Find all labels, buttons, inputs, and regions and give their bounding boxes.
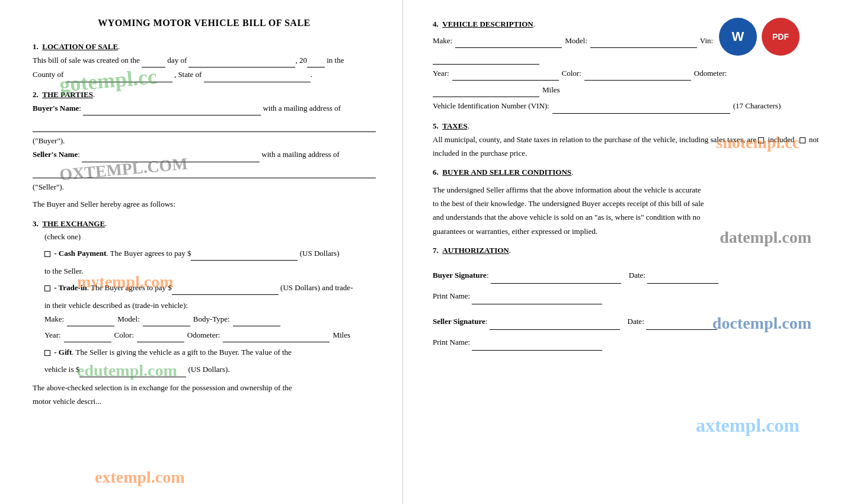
section-6: 6. BUYER AND SELLER CONDITIONS. The unde… (433, 166, 820, 238)
section4-heading: VEHICLE DESCRIPTION (442, 20, 533, 28)
section6-heading: BUYER AND SELLER CONDITIONS (442, 168, 571, 176)
watermark-axtempl: axtempl.com (696, 415, 800, 436)
format-badges: W PDF (719, 18, 800, 56)
section-3: 3. THE EXCHANGE. (check one) - Cash Paym… (33, 217, 376, 409)
checkbox-not-included[interactable] (800, 137, 806, 143)
section-7: 7. AUTHORIZATION. Buyer Signature: Date:… (433, 244, 820, 351)
watermark-extempl: extempl.com (95, 468, 185, 487)
section1-heading: LOCATION OF SALE (42, 42, 118, 51)
section7-heading: AUTHORIZATION (442, 246, 509, 255)
right-page: W PDF snotempl.cc datempl.com doctempl.c… (403, 0, 847, 504)
word-badge: W (719, 18, 757, 56)
checkbox-included[interactable] (758, 137, 764, 143)
pdf-badge: PDF (762, 18, 800, 56)
section5-heading: TAXES (442, 121, 467, 130)
checkbox-tradein[interactable] (44, 285, 50, 291)
document-title: WYOMING MOTOR VEHICLE BILL OF SALE (33, 18, 376, 28)
checkbox-gift[interactable] (44, 350, 50, 356)
section-1: 1. LOCATION OF SALE. This bill of sale w… (33, 40, 376, 82)
left-page: gotempl.cc OXTEMPL.COM mytempl.com edute… (0, 0, 403, 504)
checkbox-cash[interactable] (44, 251, 50, 257)
section-2: 2. THE PARTIES. Buyer's Name: with a mai… (33, 88, 376, 211)
section-5: 5. TAXES. All municipal, county, and Sta… (433, 120, 820, 160)
section3-heading: THE EXCHANGE (42, 219, 105, 228)
section2-heading: THE PARTIES (42, 90, 93, 99)
